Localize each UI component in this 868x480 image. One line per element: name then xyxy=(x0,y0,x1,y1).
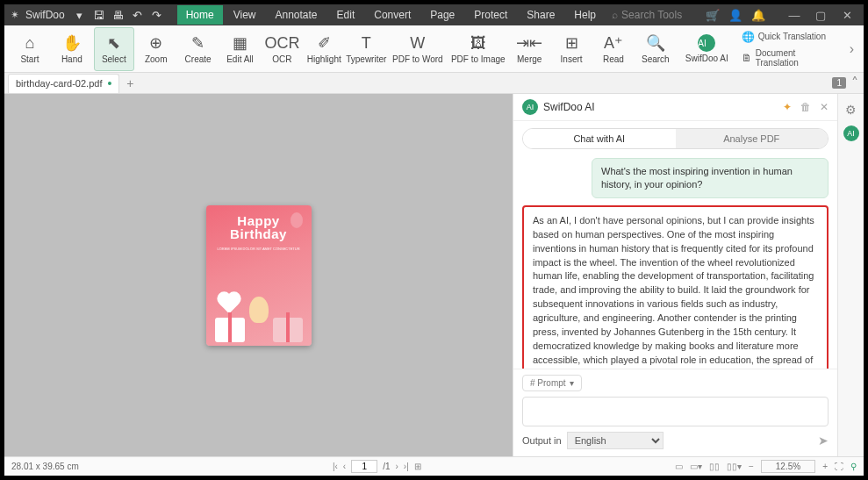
ribbon-merge[interactable]: ⇥⇤Merge xyxy=(509,27,549,71)
pdf-to-image-icon: 🖼 xyxy=(470,33,486,53)
doc-translate-icon: 🗎 xyxy=(742,52,752,64)
view-mode-2-icon[interactable]: ▭▾ xyxy=(690,462,702,471)
last-page-button[interactable]: ›| xyxy=(404,462,409,471)
ribbon-typewriter[interactable]: TTypewriter xyxy=(346,27,386,71)
view-mode-4-icon[interactable]: ▯▯▾ xyxy=(727,462,742,471)
ribbon-insert[interactable]: ⊞Insert xyxy=(551,27,592,71)
output-in-label: Output in xyxy=(522,435,562,446)
minimize-button[interactable]: — xyxy=(781,9,807,22)
gift-graphic xyxy=(273,318,303,342)
ai-spark-icon[interactable]: ✦ xyxy=(783,101,792,113)
chat-with-ai-tab[interactable]: Chat with AI xyxy=(523,129,676,148)
qat-dropdown-icon[interactable]: ▾ xyxy=(72,9,88,22)
tabs-collapse-icon[interactable]: ˄ xyxy=(851,75,858,91)
hand-icon: ✋ xyxy=(62,33,82,53)
document-canvas[interactable]: Happy Birthday LOREM IPSUM DOLOR SIT AME… xyxy=(4,94,513,456)
settings-icon[interactable]: ⚙ xyxy=(845,103,857,117)
ribbon-ocr[interactable]: OCROCR xyxy=(262,27,302,71)
ribbon-select[interactable]: ⬉Select xyxy=(94,27,134,71)
ai-close-button[interactable]: ✕ xyxy=(820,101,829,113)
ai-rail-icon[interactable]: AI xyxy=(843,125,859,141)
ribbon-search[interactable]: 🔍Search xyxy=(635,27,676,71)
menu-share[interactable]: Share xyxy=(518,5,563,25)
undo-icon[interactable]: ↶ xyxy=(130,9,146,22)
ribbon-swifdoo-ai[interactable]: AISwifDoo AI xyxy=(678,27,736,71)
output-language-select[interactable]: English xyxy=(567,432,664,449)
birthday-card-preview: Happy Birthday LOREM IPSUM DOLOR SIT AME… xyxy=(206,205,312,346)
cart-icon[interactable]: 🛒 xyxy=(706,9,720,22)
balloon-graphic xyxy=(291,212,303,228)
tab-filename: birthday-card-02.pdf xyxy=(16,78,102,89)
menu-protect[interactable]: Protect xyxy=(465,5,516,25)
close-button[interactable]: ✕ xyxy=(834,9,860,22)
character-graphic xyxy=(249,297,269,323)
prompt-dropdown[interactable]: # Prompt ▾ xyxy=(522,375,582,391)
ribbon-pdf-to-word[interactable]: WPDF to Word xyxy=(388,27,447,71)
pin-icon[interactable]: ⚲ xyxy=(850,462,857,471)
menu-view[interactable]: View xyxy=(225,5,265,25)
user-icon[interactable]: 👤 xyxy=(728,9,742,22)
fullscreen-icon[interactable]: ⛶ xyxy=(835,462,843,471)
ribbon-start[interactable]: ⌂Start xyxy=(10,27,50,71)
search-tools[interactable]: ⌕ Search Tools xyxy=(612,9,682,21)
menu-help[interactable]: Help xyxy=(565,5,605,25)
menu-edit[interactable]: Edit xyxy=(328,5,364,25)
menu-home[interactable]: Home xyxy=(177,5,223,25)
ribbon-highlight[interactable]: ✐Highlight xyxy=(304,27,344,71)
page-number-input[interactable] xyxy=(351,460,377,473)
analyse-pdf-tab[interactable]: Analyse PDF xyxy=(676,129,829,148)
read-icon: A⁺ xyxy=(604,33,623,53)
ribbon-hand[interactable]: ✋Hand xyxy=(52,27,92,71)
maximize-button[interactable]: ▢ xyxy=(807,9,834,22)
save-icon[interactable]: 🖫 xyxy=(91,9,107,22)
menu-page[interactable]: Page xyxy=(421,5,463,25)
redo-icon[interactable]: ↷ xyxy=(149,9,165,22)
ribbon-overflow-icon[interactable]: › xyxy=(845,41,858,57)
print-icon[interactable]: 🖶 xyxy=(111,9,126,22)
view-mode-1-icon[interactable]: ▭ xyxy=(675,462,683,471)
menu-annotate[interactable]: Annotate xyxy=(267,5,326,25)
zoom-out-button[interactable]: − xyxy=(749,462,754,471)
app-logo-icon: ✴ xyxy=(8,8,22,22)
add-tab-button[interactable]: + xyxy=(126,76,133,90)
next-page-button[interactable]: › xyxy=(396,462,398,471)
tab-count-badge: 1 xyxy=(832,77,846,89)
card-subtitle: LOREM IPSUM DOLOR SIT AMET CONSECTETUR xyxy=(213,247,305,251)
ai-input-field[interactable] xyxy=(522,397,829,426)
merge-icon: ⇥⇤ xyxy=(516,33,542,53)
page-total: /1 xyxy=(383,462,390,471)
bell-icon[interactable]: 🔔 xyxy=(751,9,765,22)
zoom-in-button[interactable]: + xyxy=(822,462,828,471)
view-mode-3-icon[interactable]: ▯▯ xyxy=(709,462,720,471)
search-tools-label: Search Tools xyxy=(621,9,682,21)
first-page-button[interactable]: |‹ xyxy=(333,462,338,471)
ribbon-zoom[interactable]: ⊕Zoom xyxy=(136,27,176,71)
edit-all-icon: ▦ xyxy=(233,33,247,53)
zoom-level[interactable]: 12.5% xyxy=(761,460,815,473)
card-title-2: Birthday xyxy=(213,227,305,240)
translate-icon: 🌐 xyxy=(742,31,755,43)
start-icon: ⌂ xyxy=(25,33,35,53)
document-tab[interactable]: birthday-card-02.pdf • xyxy=(8,74,119,93)
user-message: What's the most inspiring invention in h… xyxy=(592,158,829,198)
ribbon-edit-all[interactable]: ▦Edit All xyxy=(220,27,261,71)
select-icon: ⬉ xyxy=(107,33,120,53)
typewriter-icon: T xyxy=(362,33,371,53)
page-dimensions: 28.01 x 39.65 cm xyxy=(11,462,79,471)
prev-page-button[interactable]: ‹ xyxy=(343,462,346,471)
quick-translation-button[interactable]: 🌐Quick Translation xyxy=(738,29,840,45)
document-translation-button[interactable]: 🗎Document Translation xyxy=(738,47,840,69)
fit-page-icon[interactable]: ⊞ xyxy=(414,462,421,471)
ribbon-create[interactable]: ✎Create xyxy=(178,27,219,71)
ocr-icon: OCR xyxy=(264,33,299,53)
chevron-down-icon: ▾ xyxy=(570,378,574,388)
ai-history-icon[interactable]: 🗑 xyxy=(800,101,811,113)
ribbon-read[interactable]: A⁺Read xyxy=(593,27,634,71)
insert-icon: ⊞ xyxy=(565,33,578,53)
search-icon: ⌕ xyxy=(612,9,618,21)
menu-convert[interactable]: Convert xyxy=(365,5,420,25)
heart-graphic xyxy=(219,293,239,313)
send-button[interactable]: ➤ xyxy=(818,433,829,448)
ribbon-pdf-to-image[interactable]: 🖼PDF to Image xyxy=(448,27,507,71)
gift-graphic xyxy=(215,318,245,342)
